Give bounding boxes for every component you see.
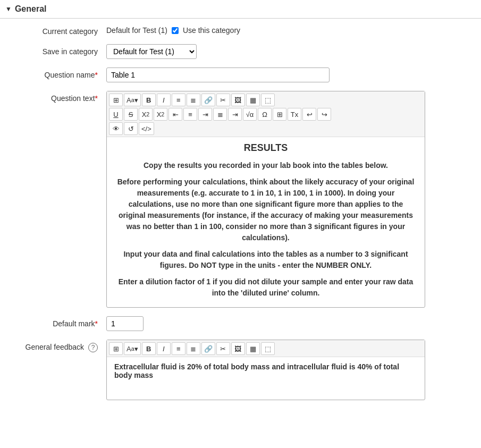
section-container: ▼ General Current category Default for T…: [0, 0, 481, 414]
fb-toolbar-ol-btn[interactable]: ≣: [187, 342, 200, 355]
fb-toolbar-bold-btn[interactable]: B: [142, 342, 156, 355]
toolbar-unlink-btn[interactable]: ✂: [216, 94, 230, 106]
save-in-category-select[interactable]: Default for Test (1): [106, 44, 197, 59]
fb-toolbar-link-btn[interactable]: 🔗: [201, 342, 215, 355]
feedback-toolbar-row-1: ⊞ Aa▾ B I ≡ ≣ 🔗 ✂ 🖼 ▦ ⬚: [109, 342, 423, 355]
toolbar-equation-btn[interactable]: √α: [243, 108, 257, 121]
fb-toolbar-unlink-btn[interactable]: ✂: [216, 342, 230, 355]
toolbar-ul-btn[interactable]: ≡: [172, 94, 185, 106]
question-text-control: ⊞ Aa▾ B I ≡ ≣ 🔗 ✂ 🖼 ▦ ⬚: [106, 91, 470, 308]
content-p4: Enter a dilution factor of 1 if you did …: [114, 276, 417, 299]
toolbar-indent-btn[interactable]: ⇥: [228, 108, 242, 121]
current-category-row: Current category Default for Test (1) Us…: [11, 24, 470, 36]
section-header[interactable]: ▼ General: [0, 0, 481, 19]
general-feedback-toolbar: ⊞ Aa▾ B I ≡ ≣ 🔗 ✂ 🖼 ▦ ⬚: [107, 340, 425, 357]
toolbar-preview-btn[interactable]: 👁: [109, 122, 123, 135]
toolbar-omega-btn[interactable]: Ω: [258, 108, 272, 121]
fb-toolbar-image-btn[interactable]: 🖼: [231, 342, 245, 355]
toolbar-underline-btn[interactable]: U: [109, 108, 123, 121]
toolbar-link-btn[interactable]: 🔗: [201, 94, 215, 106]
default-mark-input[interactable]: [106, 316, 144, 331]
toolbar-italic-btn[interactable]: I: [157, 94, 171, 106]
general-feedback-help-icon[interactable]: ?: [88, 343, 98, 352]
save-in-category-control: Default for Test (1): [106, 44, 470, 59]
default-mark-control: [106, 316, 470, 331]
toolbar-accessibility-btn[interactable]: ↺: [124, 122, 138, 135]
fb-toolbar-table-btn[interactable]: ⊞: [109, 342, 123, 355]
toolbar-image-btn[interactable]: 🖼: [231, 94, 245, 106]
toolbar-strikethrough-btn[interactable]: S: [124, 108, 138, 121]
question-text-editor: ⊞ Aa▾ B I ≡ ≣ 🔗 ✂ 🖼 ▦ ⬚: [106, 91, 425, 308]
fb-toolbar-embed-btn[interactable]: ⬚: [261, 342, 275, 355]
toolbar-font-size-btn[interactable]: Aa▾: [124, 94, 141, 106]
general-feedback-label: General feedback ?: [11, 340, 106, 352]
toolbar-align-center-btn[interactable]: ≡: [183, 108, 197, 121]
question-text-required: *: [95, 94, 98, 103]
toolbar-row-3: 👁 ↺ </>: [109, 122, 423, 135]
toolbar-bold-btn[interactable]: B: [142, 94, 156, 106]
toolbar-table2-btn[interactable]: ⊞: [273, 108, 286, 121]
current-category-label: Current category: [11, 24, 106, 36]
current-category-value: Default for Test (1): [106, 26, 167, 35]
toolbar-ol-btn[interactable]: ≣: [187, 94, 200, 106]
question-name-row: Question name*: [11, 67, 470, 82]
content-p1: Copy the results you recorded in your la…: [114, 160, 417, 171]
question-text-label: Question text*: [11, 91, 106, 103]
fb-toolbar-media-btn[interactable]: ▦: [246, 342, 260, 355]
toolbar-source-btn[interactable]: </>: [139, 122, 154, 135]
current-category-control: Default for Test (1) Use this category: [106, 24, 470, 35]
default-mark-label: Default mark*: [11, 316, 106, 328]
toolbar-justify-btn[interactable]: ≣: [213, 108, 227, 121]
toolbar-row-1: ⊞ Aa▾ B I ≡ ≣ 🔗 ✂ 🖼 ▦ ⬚: [109, 94, 423, 106]
fb-toolbar-italic-btn[interactable]: I: [157, 342, 171, 355]
question-name-required: *: [95, 71, 98, 79]
question-name-label: Question name*: [11, 67, 106, 79]
question-text-content[interactable]: RESULTS Copy the results you recorded in…: [107, 137, 425, 307]
toolbar-align-right-btn[interactable]: ⇥: [198, 108, 212, 121]
content-p3: Input your data and final calculations i…: [114, 249, 417, 271]
section-title: General: [15, 4, 47, 14]
toolbar-redo-btn[interactable]: ↪: [317, 108, 331, 121]
fb-toolbar-font-size-btn[interactable]: Aa▾: [124, 342, 141, 355]
use-this-category-label: Use this category: [183, 26, 240, 35]
question-name-input[interactable]: [106, 67, 330, 82]
toolbar-media-btn[interactable]: ▦: [246, 94, 260, 106]
toolbar-embed-btn[interactable]: ⬚: [261, 94, 275, 106]
question-text-row: Question text* ⊞ Aa▾ B I ≡ ≣ 🔗 ✂: [11, 91, 470, 308]
collapse-triangle-icon[interactable]: ▼: [5, 5, 12, 13]
general-feedback-row: General feedback ? ⊞ Aa▾ B I ≡ ≣ 🔗: [11, 340, 470, 400]
toolbar-subscript-btn[interactable]: X2: [139, 108, 153, 121]
content-heading: RESULTS: [114, 142, 417, 154]
question-text-editor-wrapper: RESULTS Copy the results you recorded in…: [107, 137, 425, 307]
toolbar-clear-format-btn[interactable]: Tx: [288, 108, 301, 121]
toolbar-row-2: U S X2 X2 ⇤ ≡ ⇥ ≣ ⇥ √α Ω ⊞ Tx: [109, 108, 423, 121]
general-feedback-editor: ⊞ Aa▾ B I ≡ ≣ 🔗 ✂ 🖼 ▦ ⬚: [106, 340, 425, 400]
form-area: Current category Default for Test (1) Us…: [0, 19, 481, 414]
toolbar-superscript-btn[interactable]: X2: [154, 108, 167, 121]
question-name-control: [106, 67, 470, 82]
general-feedback-content[interactable]: Extracellular fluid is 20% of total body…: [107, 357, 425, 400]
default-mark-required: *: [95, 319, 98, 328]
toolbar-undo-btn[interactable]: ↩: [302, 108, 316, 121]
toolbar-align-left-btn[interactable]: ⇤: [168, 108, 182, 121]
save-in-category-row: Save in category Default for Test (1): [11, 44, 470, 59]
general-feedback-control: ⊞ Aa▾ B I ≡ ≣ 🔗 ✂ 🖼 ▦ ⬚: [106, 340, 470, 400]
default-mark-row: Default mark*: [11, 316, 470, 331]
use-this-category-checkbox[interactable]: [172, 27, 179, 34]
toolbar-table-btn[interactable]: ⊞: [109, 94, 123, 106]
content-p2: Before performing your calculations, thi…: [114, 176, 417, 243]
save-in-category-label: Save in category: [11, 44, 106, 56]
question-text-toolbar: ⊞ Aa▾ B I ≡ ≣ 🔗 ✂ 🖼 ▦ ⬚: [107, 91, 425, 137]
fb-toolbar-ul-btn[interactable]: ≡: [172, 342, 185, 355]
